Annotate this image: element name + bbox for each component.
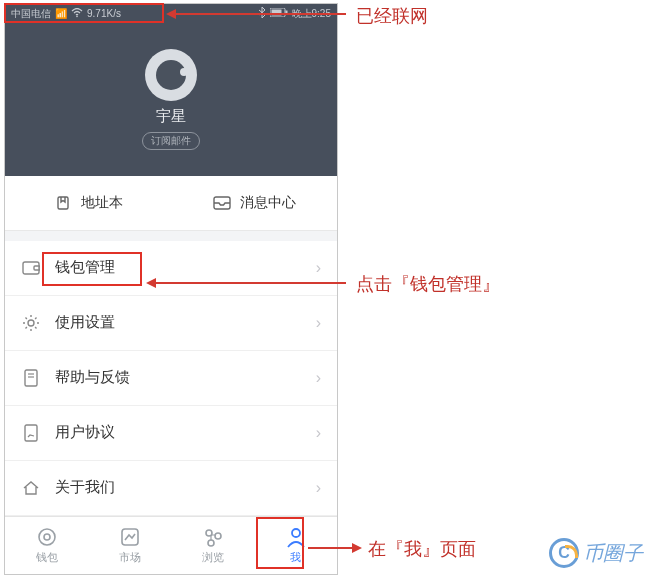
nav-browse[interactable]: 浏览 bbox=[171, 517, 254, 574]
arrow-line bbox=[156, 282, 346, 284]
svg-point-8 bbox=[28, 320, 34, 326]
chevron-right-icon: › bbox=[316, 424, 321, 442]
arrow-head bbox=[352, 543, 362, 553]
help-icon bbox=[21, 369, 41, 387]
subscribe-button[interactable]: 订阅邮件 bbox=[142, 132, 200, 150]
wallet-icon bbox=[21, 260, 41, 275]
nav-label: 市场 bbox=[119, 550, 141, 565]
username: 宇星 bbox=[156, 107, 186, 126]
annotation-networked: 已经联网 bbox=[356, 4, 428, 28]
message-center-button[interactable]: 消息中心 bbox=[171, 176, 337, 230]
address-book-label: 地址本 bbox=[81, 194, 123, 212]
row-help[interactable]: 帮助与反馈 › bbox=[5, 351, 337, 406]
arrow-line bbox=[176, 13, 346, 15]
message-center-label: 消息中心 bbox=[240, 194, 296, 212]
arrow-head bbox=[146, 278, 156, 288]
document-icon bbox=[21, 424, 41, 442]
svg-point-17 bbox=[215, 533, 221, 539]
nav-label: 钱包 bbox=[36, 550, 58, 565]
annotation-me-page: 在『我』页面 bbox=[368, 537, 476, 561]
home-icon bbox=[21, 480, 41, 496]
annotation-click-wallet: 点击『钱包管理』 bbox=[356, 272, 500, 296]
profile-header: 宇星 订阅邮件 bbox=[5, 23, 337, 176]
phone-frame: 中国电信 📶 9.71K/s 晚上9:25 宇星 订阅邮件 bbox=[4, 3, 338, 575]
nav-wallet[interactable]: 钱包 bbox=[5, 517, 88, 574]
address-book-button[interactable]: 地址本 bbox=[5, 176, 171, 230]
browse-nav-icon bbox=[202, 526, 224, 548]
highlight-statusbar bbox=[4, 3, 164, 23]
row-agreement[interactable]: 用户协议 › bbox=[5, 406, 337, 461]
row-settings[interactable]: 使用设置 › bbox=[5, 296, 337, 351]
watermark: C 币圈子 bbox=[549, 538, 643, 568]
chevron-right-icon: › bbox=[316, 369, 321, 387]
watermark-icon: C bbox=[549, 538, 579, 568]
quick-actions: 地址本 消息中心 bbox=[5, 176, 337, 231]
nav-label: 浏览 bbox=[202, 550, 224, 565]
arrow-head bbox=[166, 9, 176, 19]
row-label: 帮助与反馈 bbox=[55, 368, 302, 387]
avatar[interactable] bbox=[145, 49, 197, 101]
chevron-right-icon: › bbox=[316, 314, 321, 332]
svg-rect-9 bbox=[25, 370, 37, 386]
chevron-right-icon: › bbox=[316, 479, 321, 497]
row-about[interactable]: 关于我们 › bbox=[5, 461, 337, 516]
svg-point-13 bbox=[39, 529, 55, 545]
gear-icon bbox=[21, 314, 41, 332]
row-label: 关于我们 bbox=[55, 478, 302, 497]
highlight-me-tab bbox=[256, 517, 304, 569]
row-label: 使用设置 bbox=[55, 313, 302, 332]
highlight-wallet-row bbox=[42, 252, 142, 286]
section-divider bbox=[5, 231, 337, 241]
arrow-line bbox=[308, 547, 354, 549]
watermark-text: 币圈子 bbox=[583, 540, 643, 567]
svg-point-14 bbox=[44, 534, 50, 540]
inbox-icon bbox=[212, 196, 232, 210]
svg-point-18 bbox=[208, 540, 214, 546]
bookmark-icon bbox=[53, 195, 73, 211]
row-label: 用户协议 bbox=[55, 423, 302, 442]
market-nav-icon bbox=[119, 526, 141, 548]
svg-rect-4 bbox=[58, 197, 68, 209]
svg-rect-6 bbox=[23, 262, 39, 274]
wallet-nav-icon bbox=[36, 526, 58, 548]
chevron-right-icon: › bbox=[316, 259, 321, 277]
svg-rect-12 bbox=[25, 425, 37, 441]
nav-market[interactable]: 市场 bbox=[88, 517, 171, 574]
